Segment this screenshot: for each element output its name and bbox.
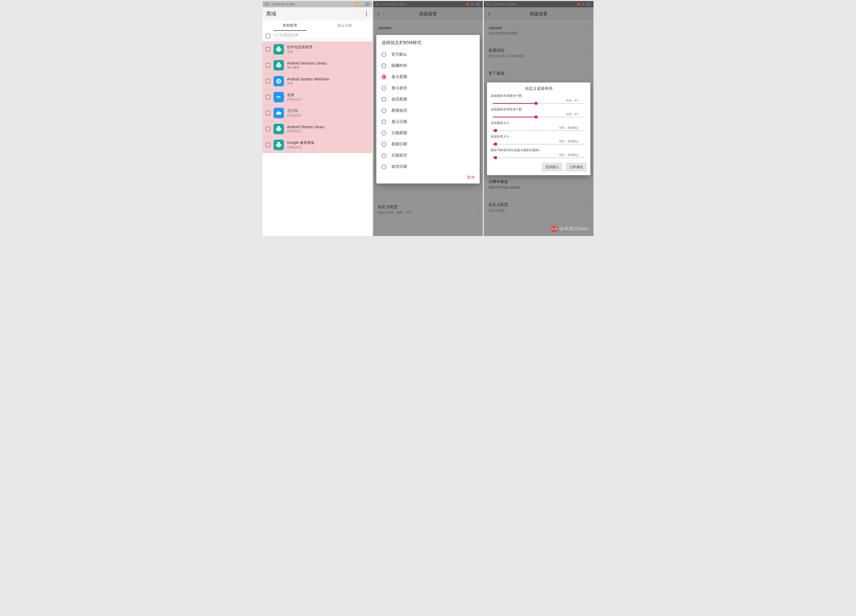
slider-block: 桌面图标布局横排个数当前：9个 — [491, 94, 587, 106]
dialog-footer: 取消 — [376, 172, 480, 182]
cancel-button[interactable]: 取消 — [467, 175, 474, 179]
app-checkbox[interactable] — [266, 143, 270, 147]
app-checkbox[interactable] — [266, 111, 270, 116]
slider[interactable] — [491, 155, 587, 160]
app-checkbox[interactable] — [266, 47, 270, 52]
app-list-item[interactable]: Android Services Library前台服务 — [263, 57, 372, 73]
filter-input[interactable]: "-s"为系统应用 — [273, 33, 369, 39]
app-name: 软件包安装程序 — [287, 45, 313, 49]
app-name: Google 服务框架 — [287, 140, 314, 145]
app-checkbox[interactable] — [266, 126, 270, 131]
clock-style-option[interactable]: 隐藏时间 — [376, 60, 480, 71]
status-time: 周三 上午09:01 | 0.1K/s — [265, 2, 295, 6]
clock-style-option[interactable]: 农历星期 — [376, 94, 480, 105]
slider[interactable] — [491, 142, 587, 146]
clock-style-option[interactable]: 显示农历 — [376, 83, 480, 94]
slider-thumb-icon[interactable] — [494, 143, 497, 146]
slider-thumb-icon[interactable] — [534, 102, 537, 105]
slider-label: 桌面图标布局横排个数 — [491, 94, 587, 98]
slider-block: 图标与标签间距(值越大越靠近图标)当前：系统默认 — [491, 148, 587, 160]
clock-style-option[interactable]: 官方默认 — [376, 49, 480, 60]
app-info: Android System WebView后台 — [287, 77, 329, 86]
dialog-title: 自定义桌面布局 — [491, 86, 587, 91]
slider-block: 桌面图标布局竖排个数当前：9个 — [491, 107, 587, 119]
app-status: 前台服务 — [287, 65, 327, 70]
app-icon — [274, 92, 284, 102]
app-icon — [274, 108, 284, 118]
status-icons: 📶 📡 99 — [355, 3, 370, 6]
slider-thumb-icon[interactable] — [494, 156, 497, 159]
app-list: 软件包安装程序后台Android Services Library前台服务And… — [263, 42, 372, 153]
app-list-item[interactable]: 云打印(没有运行) — [263, 105, 372, 121]
app-status: (没有运行) — [287, 145, 314, 149]
tab-blocklist[interactable]: 阻止列表 — [317, 20, 372, 31]
slider-label: 桌面标签大小 — [491, 134, 587, 139]
slider-thumb-icon[interactable] — [494, 129, 497, 132]
radio-icon — [382, 165, 386, 169]
app-checkbox[interactable] — [266, 95, 270, 99]
clock-style-option[interactable]: 显示星期 — [376, 71, 480, 83]
app-list-item[interactable]: Google 服务框架(没有运行) — [263, 137, 372, 153]
app-name: 云打印 — [287, 109, 302, 113]
slider[interactable] — [491, 101, 587, 106]
reset-button[interactable]: 还原默认 — [542, 163, 563, 171]
app-list-item[interactable]: 音效(没有运行) — [263, 89, 372, 105]
app-status: 后台 — [287, 49, 313, 54]
layout-dialog: 自定义桌面布局 桌面图标布局横排个数当前：9个桌面图标布局竖排个数当前：9个桌面… — [487, 83, 590, 175]
app-icon — [274, 124, 284, 134]
radio-icon — [382, 52, 386, 57]
app-name: 音效 — [287, 92, 302, 97]
radio-icon — [382, 86, 386, 91]
slider-label: 桌面图标布局竖排个数 — [491, 107, 587, 112]
signal-icon: 📶 — [355, 3, 359, 6]
clock-style-option[interactable]: 农历日期 — [376, 161, 480, 172]
app-status: (没有运行) — [287, 113, 302, 118]
clock-style-option[interactable]: 显示日期 — [376, 116, 480, 127]
dialog-buttons: 还原默认 立即修改 — [491, 163, 587, 171]
slider[interactable] — [491, 128, 587, 133]
slider-block: 桌面图标大小当前：系统默认 — [491, 121, 587, 133]
app-info: Android Shared Library(没有运行) — [287, 125, 325, 133]
phone-screenshot-1: 周三 上午09:01 | 0.1K/s 📶 📡 99 黑域 所有程序 阻止列表 … — [263, 1, 372, 236]
app-info: 音效(没有运行) — [287, 92, 302, 102]
app-header: 黑域 — [263, 7, 372, 20]
app-info: Android Services Library前台服务 — [287, 61, 327, 70]
option-label: 显示农历 — [391, 86, 407, 91]
app-icon — [274, 44, 284, 55]
app-list-item[interactable]: Android System WebView后台 — [263, 73, 372, 89]
filter-checkbox[interactable] — [266, 34, 270, 38]
clock-style-option[interactable]: 日期农历 — [376, 150, 480, 161]
radio-icon — [382, 63, 386, 68]
radio-icon — [382, 142, 386, 147]
option-label: 日期农历 — [391, 153, 407, 158]
radio-icon — [382, 97, 386, 102]
phone-screenshot-2: 周三 上午09:01 | 0.1K/s 📶 📡 99 高级设置 Xposed 自… — [373, 1, 483, 236]
app-info: Google 服务框架(没有运行) — [287, 140, 314, 149]
option-label: 星期日期 — [391, 142, 407, 147]
apply-button[interactable]: 立即修改 — [566, 163, 587, 171]
tab-all-apps[interactable]: 所有程序 — [263, 20, 317, 31]
app-checkbox[interactable] — [266, 79, 270, 83]
filter-row: "-s"为系统应用 — [263, 31, 372, 42]
app-icon — [274, 60, 284, 71]
app-info: 云打印(没有运行) — [287, 109, 302, 118]
app-list-item[interactable]: 软件包安装程序后台 — [263, 42, 372, 57]
watermark-logo-icon: 头条 — [551, 225, 558, 232]
app-checkbox[interactable] — [266, 63, 270, 68]
clock-style-dialog: 选择状态栏时钟样式 官方默认隐藏时间显示星期显示农历农历星期星期农历显示日期日期… — [376, 35, 480, 183]
more-menu-icon[interactable] — [364, 10, 368, 18]
dialog-title: 选择状态栏时钟样式 — [376, 40, 480, 49]
app-status: 后台 — [287, 81, 329, 86]
slider-label: 图标与标签间距(值越大越靠近图标) — [491, 148, 587, 152]
slider[interactable] — [491, 115, 587, 119]
option-label: 日期星期 — [391, 131, 407, 136]
option-label: 农历日期 — [391, 164, 407, 169]
clock-style-option[interactable]: 日期星期 — [376, 127, 480, 139]
app-status: (没有运行) — [287, 129, 325, 133]
slider-block: 桌面标签大小当前：系统默认 — [491, 134, 587, 146]
option-label: 星期农历 — [391, 108, 407, 113]
app-list-item[interactable]: Android Shared Library(没有运行) — [263, 121, 372, 137]
clock-style-option[interactable]: 星期农历 — [376, 105, 480, 116]
clock-style-option[interactable]: 星期日期 — [376, 139, 480, 150]
slider-thumb-icon[interactable] — [534, 116, 537, 119]
